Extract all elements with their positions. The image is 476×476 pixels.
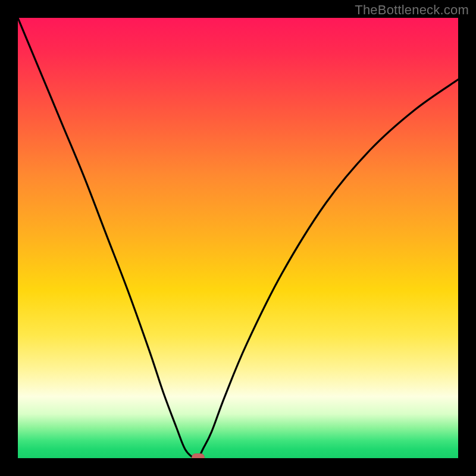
watermark-text: TheBottleneck.com xyxy=(355,2,469,18)
bottleneck-curve xyxy=(18,18,458,458)
chart-frame: TheBottleneck.com xyxy=(0,0,476,476)
curve-svg xyxy=(18,18,458,458)
optimum-marker xyxy=(192,453,205,458)
plot-area xyxy=(18,18,458,458)
